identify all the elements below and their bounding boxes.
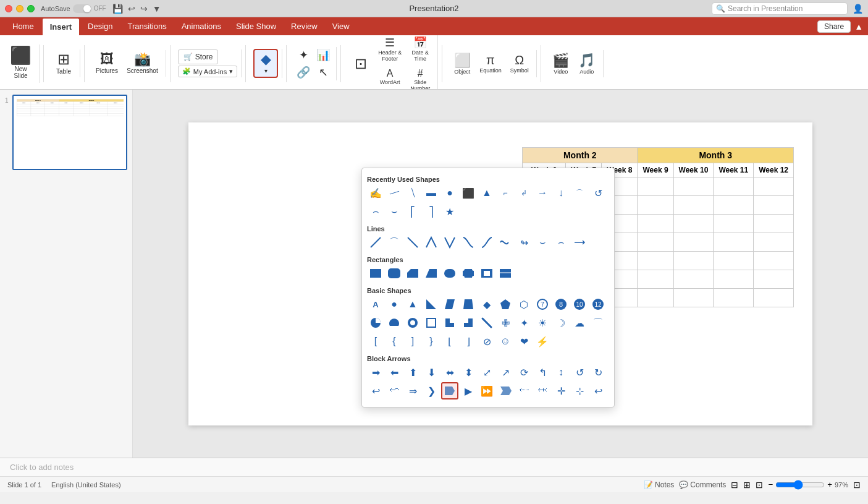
basic-moon[interactable]: ☽ xyxy=(552,314,570,331)
line-s2[interactable] xyxy=(478,234,495,251)
equation-button[interactable]: π Equation xyxy=(476,50,505,77)
basic-brace3[interactable]: ⌊ xyxy=(441,333,458,350)
arrow-double-forward[interactable]: ⏩ xyxy=(478,382,495,399)
minimize-button[interactable] xyxy=(16,5,23,12)
audio-button[interactable]: 🎵 Audio xyxy=(575,50,599,77)
shape-text[interactable]: ✍ xyxy=(367,184,384,202)
arrow-narrow-r[interactable]: ⬸ xyxy=(515,382,533,399)
basic-smiley[interactable]: ☺ xyxy=(497,333,514,350)
rect-round[interactable] xyxy=(441,265,458,282)
shape-rect[interactable]: ▬ xyxy=(423,184,440,202)
reading-view-btn[interactable]: ⊡ xyxy=(756,480,763,490)
line-s1[interactable] xyxy=(460,234,477,251)
slide-thumbnail-1[interactable]: Month 2 Month 3 Wk6 Wk7 Wk8 Wk9 Wk10 Wk1… xyxy=(12,95,127,170)
notes-bar[interactable]: Click to add notes xyxy=(0,458,868,476)
screenshot-button[interactable]: 📸 Screenshot xyxy=(123,50,162,77)
basic-crescent[interactable] xyxy=(478,314,495,331)
basic-no[interactable]: ⊘ xyxy=(478,333,495,350)
arrow-down-block2[interactable]: ⬹ xyxy=(534,382,551,399)
basic-trapezoid[interactable] xyxy=(460,296,477,313)
basic-10[interactable]: 10 xyxy=(571,296,588,313)
basic-rtriangle[interactable] xyxy=(423,296,440,313)
rect-plaque[interactable] xyxy=(460,265,477,282)
line-wave[interactable] xyxy=(497,234,514,251)
shape-circle[interactable]: ● xyxy=(441,184,458,202)
basic-hexagon[interactable]: ⬡ xyxy=(515,296,533,313)
arrow-move[interactable]: ⊹ xyxy=(571,382,588,399)
pictures-button[interactable]: 🖼 Pictures xyxy=(92,50,122,77)
line-angle2[interactable] xyxy=(441,234,458,251)
undo-btn[interactable]: ↩ xyxy=(127,4,137,14)
chart-button[interactable]: 📊 xyxy=(314,47,332,63)
search-box[interactable]: 🔍 Search in Presentation xyxy=(712,2,848,15)
rect-stripe[interactable] xyxy=(497,265,514,282)
arrow-pentagon[interactable]: Pentagon xyxy=(441,382,458,399)
maximize-button[interactable] xyxy=(27,5,35,12)
arrow-chevron-r2[interactable]: ▶ xyxy=(460,382,477,399)
tab-transitions[interactable]: Transitions xyxy=(120,18,174,35)
basic-donut[interactable] xyxy=(404,314,421,331)
rect-snip2[interactable] xyxy=(423,265,440,282)
shape-line1[interactable]: ╱ xyxy=(386,184,403,202)
tab-view[interactable]: View xyxy=(325,18,357,35)
close-button[interactable] xyxy=(5,5,12,12)
share-button[interactable]: Share xyxy=(817,20,851,33)
basic-8[interactable]: 8 xyxy=(552,296,570,313)
shape-curve2[interactable]: ⌢ xyxy=(367,203,384,220)
table-button[interactable]: ⊞ Table xyxy=(51,49,76,77)
line-angle1[interactable] xyxy=(423,234,440,251)
arrow-cw[interactable]: ↻ xyxy=(589,364,607,381)
arrow-uturn2[interactable]: ↩ xyxy=(589,382,607,399)
basic-brace1[interactable]: { xyxy=(386,333,403,350)
shapes-button[interactable]: ◆ ▾ xyxy=(253,49,278,78)
slide-sorter-btn[interactable]: ⊞ xyxy=(743,480,751,490)
comments-button[interactable]: 💬 Comments xyxy=(679,481,726,489)
rect-rounded-corner[interactable] xyxy=(386,265,403,282)
line-straight[interactable] xyxy=(367,234,384,251)
basic-diamond[interactable]: ◆ xyxy=(478,296,495,313)
rect-snip[interactable] xyxy=(404,265,421,282)
rect-plain[interactable] xyxy=(367,265,384,282)
tab-slideshow[interactable]: Slide Show xyxy=(229,18,284,35)
store-button[interactable]: 🛒 Store xyxy=(178,49,219,64)
basic-pie[interactable] xyxy=(367,314,384,331)
textbox-button[interactable]: ⊡ xyxy=(348,35,373,90)
tab-insert[interactable]: Insert xyxy=(41,17,80,35)
basic-text[interactable]: A xyxy=(367,296,384,313)
collapse-ribbon-icon[interactable]: ▲ xyxy=(854,22,863,32)
my-addins-button[interactable]: 🧩 My Add-ins ▾ xyxy=(178,66,237,77)
shape-triangle[interactable]: ▲ xyxy=(478,184,495,202)
arrow-ud-block[interactable]: ⬍ xyxy=(460,364,477,381)
shape-arc[interactable]: ⌒ xyxy=(571,184,588,202)
basic-brace4[interactable]: ⌋ xyxy=(460,333,477,350)
shape-arrow-down[interactable]: ↓ xyxy=(552,184,570,202)
link-button[interactable]: 🔗 xyxy=(294,64,313,80)
arrow-notch[interactable] xyxy=(497,382,514,399)
profile-icon[interactable]: 👤 xyxy=(853,4,863,14)
basic-star4[interactable]: ✦ xyxy=(515,314,533,331)
arrow-updown[interactable]: ↕ xyxy=(552,364,570,381)
action-button[interactable]: ↖ xyxy=(314,64,332,80)
shape-arrow-right[interactable]: → xyxy=(534,184,551,202)
normal-view-btn[interactable]: ⊟ xyxy=(731,480,738,490)
redo-btn[interactable]: ↪ xyxy=(139,4,149,14)
arrow-chevron-double[interactable]: ❯ xyxy=(423,382,440,399)
basic-bracket-sq2[interactable]: ] xyxy=(404,333,421,350)
basic-arc[interactable]: ⌒ xyxy=(589,314,607,331)
basic-l2[interactable] xyxy=(460,314,477,331)
tab-animations[interactable]: Animations xyxy=(174,18,229,35)
arrow-down-block[interactable]: ⬇ xyxy=(423,364,440,381)
tab-design[interactable]: Design xyxy=(80,18,120,35)
tab-review[interactable]: Review xyxy=(284,18,325,35)
wordart-button[interactable]: A WordArt xyxy=(374,66,405,88)
basic-square[interactable] xyxy=(423,314,440,331)
arrow-lr-block[interactable]: ⬌ xyxy=(441,364,458,381)
shape-curve1[interactable]: ↺ xyxy=(589,184,607,202)
shape-bracket2[interactable]: ⎤ xyxy=(423,203,440,220)
basic-parallelogram[interactable] xyxy=(441,296,458,313)
shape-star[interactable]: ★ xyxy=(441,203,458,220)
basic-7[interactable]: 7 xyxy=(534,296,551,313)
arrow-4way[interactable]: ✛ xyxy=(552,382,570,399)
more-quick-btn[interactable]: ▼ xyxy=(151,4,162,14)
arrow-right-block[interactable]: ➡ xyxy=(367,364,384,381)
